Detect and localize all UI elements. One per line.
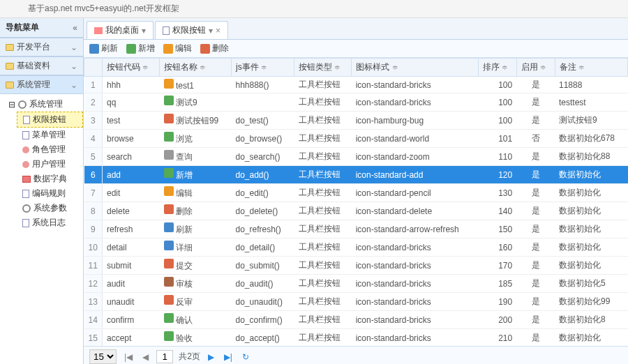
row-number: 2 (84, 93, 103, 112)
page-size-select[interactable]: 15 (89, 349, 117, 364)
table-row[interactable]: 12audit 审核do_audit()工具栏按钮icon-standard-b… (84, 275, 628, 293)
tab-desktop[interactable]: 我的桌面 ▾ (87, 21, 154, 39)
panel-system[interactable]: 系统管理 ⌄ (0, 75, 83, 94)
row-icon (164, 114, 174, 123)
col-header-7[interactable]: 备注 ≑ (555, 59, 627, 77)
table-row[interactable]: 9refresh 刷新do_refresh()工具栏按钮icon-standar… (84, 220, 628, 238)
col-header-0[interactable]: 按钮代码 ≑ (103, 59, 160, 77)
user-icon (22, 161, 29, 168)
sidebar-item-6[interactable]: 系统参数 (17, 201, 83, 215)
cell-order: 170 (478, 257, 516, 275)
cell-code: detail (103, 238, 160, 257)
table-row[interactable]: 14confirm 确认do_confirm()工具栏按钮icon-standa… (84, 311, 628, 329)
cell-order: 185 (478, 275, 516, 293)
table-row[interactable]: 10detail 详细do_detail()工具栏按钮icon-standard… (84, 238, 628, 257)
row-icon (164, 277, 174, 287)
table-row[interactable]: 4browse 浏览do_browse()工具栏按钮icon-standard-… (84, 130, 628, 148)
panel-dev[interactable]: 开发平台 ⌄ (0, 38, 83, 56)
col-header-5[interactable]: 排序 ≑ (478, 59, 516, 77)
folder-icon (6, 63, 14, 70)
cell-code: accept (103, 329, 160, 347)
delete-button[interactable]: 删除 (200, 43, 229, 54)
cell-enable: 是 (516, 184, 555, 202)
sort-icon: ≑ (142, 63, 148, 71)
sort-icon: ≑ (261, 63, 267, 71)
table-row[interactable]: 15accept 验收do_accept()工具栏按钮icon-standard… (84, 329, 628, 347)
cell-remark: 数据初始化 (555, 202, 627, 220)
cell-style: icon-standard-delete (352, 202, 479, 220)
cell-js: do_confirm() (232, 311, 294, 329)
row-icon (164, 241, 174, 250)
cell-type: 工具栏按钮 (294, 275, 352, 293)
sidebar-item-7[interactable]: 系统日志 (17, 215, 83, 230)
table-row[interactable]: 8delete 删除do_delete()工具栏按钮icon-standard-… (84, 202, 628, 220)
reload-button[interactable]: ↻ (240, 352, 251, 362)
table-row[interactable]: 7edit 编辑do_edit()工具栏按钮icon-standard-penc… (84, 184, 628, 202)
col-header-1[interactable]: 按钮名称 ≑ (160, 59, 232, 77)
cell-js: do_accept() (232, 329, 294, 347)
table-row[interactable]: 13unaudit 反审do_unaudit()工具栏按钮icon-standa… (84, 293, 628, 311)
row-icon (164, 313, 174, 323)
cell-order: 120 (478, 166, 516, 184)
page-input[interactable] (156, 350, 173, 363)
refresh-icon (89, 44, 99, 54)
cell-code: browse (103, 130, 160, 148)
row-number: 12 (84, 275, 103, 293)
cell-js: do_browse() (232, 130, 294, 148)
col-header-4[interactable]: 图标样式 ≑ (352, 59, 479, 77)
sidebar-item-5[interactable]: 编码规则 (17, 186, 83, 201)
cell-enable: 是 (516, 202, 555, 220)
table-row[interactable]: 2qq 测试9工具栏按钮icon-standard-bricks100是test… (84, 93, 628, 112)
prev-page-button[interactable]: ◀ (140, 352, 151, 362)
cell-enable: 是 (516, 257, 555, 275)
panel-base[interactable]: 基础资料 ⌄ (0, 56, 83, 75)
page-icon (22, 219, 29, 227)
cell-name: 反审 (160, 293, 232, 311)
main-area: 我的桌面 ▾ 权限按钮 ▾ × 刷新 新增 编辑 删除 按钮代码 ≑按钮名称 ≑… (84, 18, 628, 364)
sidebar: 导航菜单 « 开发平台 ⌄ 基础资料 ⌄ 系统管理 ⌄ ⊟ 系统管理 权限按钮菜… (0, 18, 84, 364)
table-row[interactable]: 3test 测试按钮99do_test()工具栏按钮icon-hamburg-b… (84, 112, 628, 130)
cell-order: 100 (478, 112, 516, 130)
col-header-3[interactable]: 按钮类型 ≑ (294, 59, 352, 77)
tree-root[interactable]: ⊟ 系统管理 (6, 97, 83, 112)
last-page-button[interactable]: ▶| (222, 352, 234, 362)
tab-menu-icon[interactable]: ▾ (142, 26, 146, 36)
pager: 15 |◀ ◀ 共2页 ▶ ▶| ↻ (84, 346, 628, 364)
tab-menu-icon[interactable]: ▾ (209, 26, 213, 36)
add-button[interactable]: 新增 (126, 43, 155, 54)
first-page-button[interactable]: |◀ (122, 352, 135, 362)
sidebar-item-2[interactable]: 角色管理 (17, 142, 83, 157)
sort-icon: ≑ (540, 63, 546, 71)
cell-code: delete (103, 202, 160, 220)
sidebar-item-3[interactable]: 用户管理 (17, 157, 83, 172)
cell-remark: 数据初始化88 (555, 148, 627, 166)
cell-style: icon-standard-bricks (352, 293, 479, 311)
row-number: 9 (84, 220, 103, 238)
table-row[interactable]: 5search 查询do_search()工具栏按钮icon-standard-… (84, 148, 628, 166)
sidebar-item-4[interactable]: 数据字典 (17, 172, 83, 186)
col-header-2[interactable]: js事件 ≑ (232, 59, 294, 77)
cell-enable: 是 (516, 311, 555, 329)
cell-name: 刷新 (160, 220, 232, 238)
edit-button[interactable]: 编辑 (163, 43, 192, 54)
cell-remark: 11888 (555, 77, 627, 93)
row-number: 6 (84, 166, 103, 184)
close-icon[interactable]: × (216, 26, 220, 36)
sidebar-item-0[interactable]: 权限按钮 (17, 112, 83, 128)
collapse-icon[interactable]: « (73, 23, 77, 33)
row-number: 5 (84, 148, 103, 166)
table-row[interactable]: 11submit 提交do_submit()工具栏按钮icon-standard… (84, 257, 628, 275)
table-row[interactable]: 1hhh test1hhh888()工具栏按钮icon-standard-bri… (84, 77, 628, 93)
cell-remark: 数据初始化 (555, 220, 627, 238)
next-page-button[interactable]: ▶ (206, 352, 216, 362)
sidebar-item-1[interactable]: 菜单管理 (17, 128, 83, 142)
refresh-button[interactable]: 刷新 (89, 43, 118, 54)
cell-enable: 是 (516, 220, 555, 238)
cell-style: icon-hamburg-bug (352, 112, 479, 130)
cell-enable: 是 (516, 166, 555, 184)
grid-container[interactable]: 按钮代码 ≑按钮名称 ≑js事件 ≑按钮类型 ≑图标样式 ≑排序 ≑启用 ≑备注… (84, 58, 628, 346)
table-row[interactable]: 6add 新增do_add()工具栏按钮icon-standard-add120… (84, 166, 628, 184)
cell-code: unaudit (103, 293, 160, 311)
tab-permission[interactable]: 权限按钮 ▾ × (155, 21, 228, 39)
col-header-6[interactable]: 启用 ≑ (516, 59, 555, 77)
